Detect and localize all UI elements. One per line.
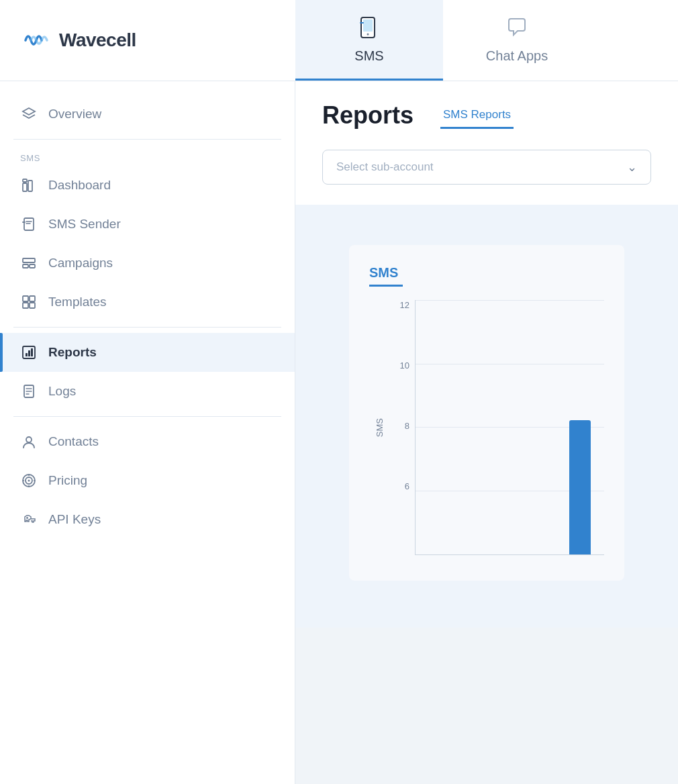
chart-container: SMS SMS 12 10 8 6 [295,205,678,628]
dashboard-icon [20,178,38,193]
pricing-label: Pricing [48,473,87,488]
sidebar-divider-3 [13,416,281,417]
content-area: Reports SMS Reports Select sub-account ⌄… [295,81,678,784]
nav-tab-chat-apps[interactable]: Chat Apps [443,0,591,81]
sidebar-item-campaigns[interactable]: Campaigns [0,244,295,283]
svg-point-29 [26,517,28,519]
tab-sms-reports[interactable]: SMS Reports [440,103,514,129]
sms-sender-icon [20,217,38,232]
page-title: Reports [322,101,414,130]
dashboard-label: Dashboard [48,178,111,193]
sub-account-row: Select sub-account ⌄ [295,130,678,205]
logo-area: Wavecell [0,0,295,81]
content-header: Reports SMS Reports [295,81,678,130]
y-tick-8: 8 [405,421,409,431]
sidebar-item-pricing[interactable]: Pricing [0,461,295,500]
templates-icon [20,295,38,309]
chart-section-label: SMS [369,265,604,281]
y-tick-6: 6 [405,481,409,491]
svg-rect-9 [23,258,35,262]
sidebar-item-reports[interactable]: Reports [0,333,295,372]
chart-section-underline [369,285,403,287]
svg-rect-15 [30,303,35,308]
svg-rect-6 [28,181,32,191]
svg-rect-3 [360,22,364,23]
y-tick-10: 10 [400,360,409,371]
logs-label: Logs [48,384,76,399]
api-keys-icon [20,512,38,527]
sidebar-item-contacts[interactable]: Contacts [0,422,295,461]
sms-icon [358,15,381,43]
api-keys-label: API Keys [48,512,101,527]
svg-rect-19 [31,348,33,356]
svg-rect-7 [23,179,27,182]
chat-apps-icon [505,15,528,43]
sub-account-placeholder: Select sub-account [336,160,434,174]
contacts-label: Contacts [48,434,99,449]
svg-rect-14 [23,303,28,308]
sidebar-item-api-keys[interactable]: API Keys [0,500,295,539]
sidebar-item-templates[interactable]: Templates [0,283,295,322]
sidebar-item-overview[interactable]: Overview [0,95,295,134]
wavecell-logo: Wavecell [20,27,136,54]
pricing-icon [20,473,38,488]
chevron-down-icon: ⌄ [627,160,637,175]
chart-bar [569,420,591,554]
svg-rect-1 [363,19,373,32]
contacts-icon [20,434,38,449]
sms-sender-label: SMS Sender [48,217,121,232]
svg-rect-18 [28,350,30,356]
campaigns-icon [20,256,38,271]
logs-icon [20,384,38,399]
sidebar-divider-2 [13,327,281,328]
svg-rect-11 [30,264,35,268]
sidebar-divider-1 [13,139,281,140]
chat-apps-tab-label: Chat Apps [486,48,548,64]
top-nav: Wavecell SMS Chat Apps [0,0,678,81]
svg-rect-5 [23,183,27,191]
svg-rect-8 [24,218,34,230]
svg-rect-12 [23,296,28,301]
svg-rect-17 [26,353,28,356]
y-tick-12: 12 [400,300,409,310]
nav-tabs: SMS Chat Apps [295,0,678,81]
grid-line-2 [416,364,604,364]
reports-icon [20,345,38,360]
nav-tab-sms[interactable]: SMS [295,0,443,81]
templates-label: Templates [48,295,107,309]
svg-rect-10 [23,264,28,268]
sms-tab-label: SMS [354,48,383,64]
svg-point-21 [26,437,32,442]
campaigns-label: Campaigns [48,256,113,271]
sidebar-section-sms: SMS [0,145,295,166]
sidebar-item-sms-sender[interactable]: SMS Sender [0,205,295,244]
logo-text: Wavecell [59,30,136,51]
content-tabs: SMS Reports [440,103,534,129]
y-axis-label: SMS [375,418,385,437]
sidebar-item-logs[interactable]: Logs [0,372,295,411]
svg-marker-4 [23,108,35,115]
grid-line-1 [416,300,604,301]
sidebar-item-dashboard[interactable]: Dashboard [0,166,295,205]
sub-account-select[interactable]: Select sub-account ⌄ [322,150,651,185]
layers-icon [20,107,38,121]
logo-icon [20,27,52,54]
overview-label: Overview [48,107,101,121]
svg-point-24 [28,480,30,482]
sidebar: Overview SMS Dashboard [0,81,295,784]
content-title-row: Reports SMS Reports [322,101,651,130]
reports-label: Reports [48,345,97,360]
svg-point-2 [367,33,369,35]
main-layout: Overview SMS Dashboard [0,81,678,784]
svg-rect-13 [30,296,35,301]
